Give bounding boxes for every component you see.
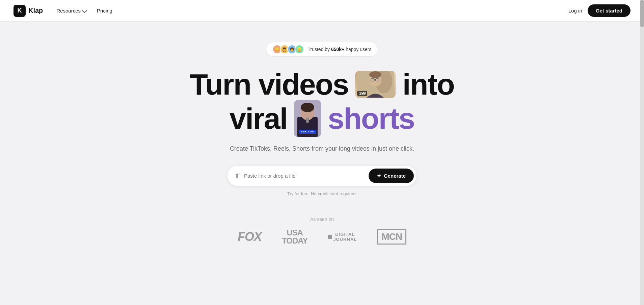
dj-square-icon — [328, 235, 332, 239]
digital-journal-logo: DIGITALJOURNAL — [328, 232, 357, 242]
resources-label: Resources — [56, 8, 81, 14]
headline-line1: Turn videos — [190, 69, 454, 100]
logo-icon: K — [14, 5, 26, 17]
avatar-4: 👱 — [295, 45, 304, 54]
input-bar: ⬆ ✦ Generate — [227, 166, 417, 186]
as-seen-on-section: As seen on FOX USATODAY DIGITALJOURNAL M… — [119, 217, 525, 245]
svg-point-6 — [369, 71, 381, 78]
headline: Turn videos — [190, 69, 454, 137]
get-started-button[interactable]: Get started — [588, 4, 630, 17]
headline-into: into — [402, 69, 454, 100]
video-thumbnail-1: 2h49 — [355, 71, 396, 98]
navbar-left: K Klap Resources Pricing — [14, 5, 112, 17]
media-logos: FOX USATODAY DIGITALJOURNAL MCN — [119, 229, 525, 245]
subheadline: Create TikToks, Reels, Shorts from your … — [230, 145, 414, 152]
pricing-label: Pricing — [97, 8, 112, 14]
generate-button[interactable]: ✦ Generate — [369, 169, 414, 183]
pricing-nav-link[interactable]: Pricing — [97, 8, 112, 14]
video-thumbnail-2: ASK YOU — [294, 100, 321, 137]
nav-links: Resources Pricing — [56, 8, 112, 14]
as-seen-label: As seen on — [119, 217, 525, 222]
trust-suffix: happy users — [346, 47, 371, 52]
logo-letter: K — [18, 7, 22, 14]
scrollbar-thumb[interactable] — [640, 0, 644, 27]
sparkle-icon: ✦ — [377, 173, 381, 179]
avatars: 😊 👩 🧑 👱 — [272, 45, 304, 54]
paste-link-input[interactable] — [244, 173, 365, 179]
headline-turn-videos: Turn videos — [190, 69, 348, 100]
navbar: K Klap Resources Pricing Log in Get star… — [0, 0, 644, 22]
trust-badge: 😊 👩 🧑 👱 Trusted by 650k+ happy users — [266, 42, 378, 57]
login-button[interactable]: Log in — [568, 8, 582, 14]
headline-viral: viral — [230, 103, 287, 134]
svg-point-11 — [301, 103, 314, 112]
chevron-down-icon — [82, 7, 87, 13]
hero-section: 😊 👩 🧑 👱 Trusted by 650k+ happy users Tur… — [0, 22, 644, 258]
logo[interactable]: K Klap — [14, 5, 43, 17]
headline-line2: viral — [190, 100, 454, 137]
navbar-right: Log in Get started — [568, 4, 630, 17]
generate-label: Generate — [384, 173, 406, 179]
free-note: Try for free. No credit card required. — [287, 191, 357, 196]
video-duration: 2h49 — [357, 91, 367, 96]
trust-count: 650k+ — [331, 47, 344, 52]
mcn-logo: MCN — [377, 229, 406, 245]
subtitle-overlay: ASK YOU — [294, 130, 321, 134]
headline-shorts: shorts — [328, 103, 414, 134]
scrollbar[interactable] — [640, 0, 644, 305]
fox-logo: FOX — [238, 230, 262, 244]
trust-text: Trusted by 650k+ happy users — [307, 47, 371, 52]
upload-icon: ⬆ — [234, 172, 240, 180]
svg-rect-12 — [306, 118, 309, 123]
trust-prefix: Trusted by — [307, 47, 330, 52]
usa-today-logo: USATODAY — [282, 229, 307, 245]
resources-nav-link[interactable]: Resources — [56, 8, 86, 14]
brand-name: Klap — [28, 7, 43, 15]
subtitle-chip: ASK YOU — [299, 130, 316, 134]
